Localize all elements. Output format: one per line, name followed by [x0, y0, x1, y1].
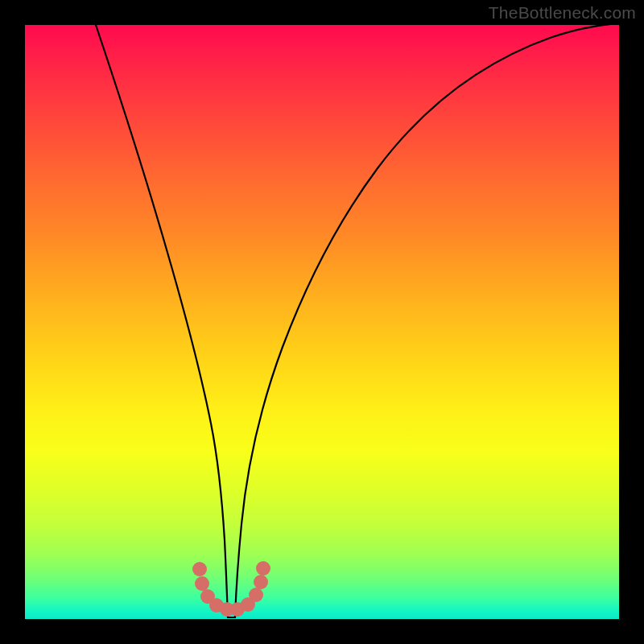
svg-point-8	[254, 575, 268, 589]
dotted-bottom-curve	[192, 561, 270, 617]
svg-point-9	[256, 561, 270, 576]
svg-point-7	[249, 588, 263, 602]
svg-point-1	[195, 576, 209, 591]
plot-area	[25, 25, 619, 619]
bottleneck-curve	[96, 25, 619, 617]
curve-layer	[25, 25, 619, 619]
watermark-text: TheBottleneck.com	[489, 3, 636, 23]
chart-frame: TheBottleneck.com	[0, 0, 644, 644]
svg-point-0	[192, 562, 207, 576]
